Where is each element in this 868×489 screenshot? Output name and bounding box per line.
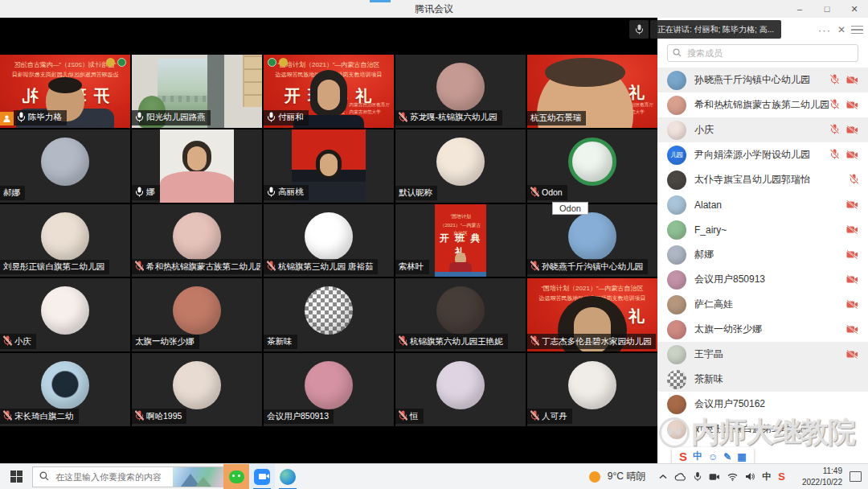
weather-temp[interactable]: 9°C 晴朗: [608, 470, 645, 483]
mic-on-icon: [135, 187, 144, 199]
video-tile[interactable]: 太旗一幼张少娜: [132, 278, 262, 351]
camera-off-icon[interactable]: [846, 248, 858, 262]
member-row[interactable]: 儿园尹向娟滦源小学附设幼儿园: [657, 142, 868, 167]
video-tile[interactable]: “国培计划（2021）”—内蒙古自治区边远艰苦民族地区幼儿园顶岗支教培训项目开 …: [264, 55, 394, 128]
camera-off-icon[interactable]: [846, 123, 858, 138]
member-search-input[interactable]: [686, 47, 853, 59]
video-tile[interactable]: 孙晓燕千斤沟镇中心幼儿园: [527, 204, 657, 277]
video-tile[interactable]: 茶新味: [264, 278, 394, 351]
emoji-icon[interactable]: ☺: [708, 451, 718, 462]
camera-off-icon[interactable]: [846, 198, 858, 212]
video-tile[interactable]: “国培计划（2021）”—内蒙古自治区边远艰苦民族地区幼儿园顶岗支教培训项目开 …: [0, 55, 130, 128]
menu-icon[interactable]: [851, 26, 863, 35]
more-button[interactable]: ···: [816, 24, 833, 36]
window-title: 腾讯会议: [0, 0, 868, 18]
taskbar-clock[interactable]: 11:49 2022/10/22: [792, 466, 842, 487]
member-row[interactable]: 会议用户850913: [657, 267, 868, 292]
camera-off-icon[interactable]: [846, 73, 858, 88]
tray-mic-icon[interactable]: [694, 471, 702, 482]
start-button[interactable]: [0, 464, 32, 489]
member-name: Alatan: [694, 199, 846, 211]
close-button[interactable]: ✕: [841, 0, 868, 18]
onedrive-cloud-icon[interactable]: [674, 473, 686, 481]
camera-off-icon[interactable]: [846, 273, 858, 287]
member-row[interactable]: Alatan: [657, 192, 868, 217]
video-tile[interactable]: 宋长琦白旗二幼: [0, 353, 130, 426]
sogou-tray-icon[interactable]: S: [778, 471, 785, 483]
tile-label: 太旗一幼张少娜: [132, 335, 199, 349]
video-tile[interactable]: 高丽桃: [264, 129, 394, 203]
video-tile[interactable]: Odon: [527, 129, 657, 203]
volume-icon[interactable]: [745, 472, 755, 481]
ime-indicator[interactable]: 中: [762, 471, 771, 483]
video-tile[interactable]: 人可丹: [527, 353, 657, 426]
member-row[interactable]: 刘昱彤正镶白旗第二幼儿园: [657, 417, 868, 442]
mic-muted-icon[interactable]: [850, 173, 858, 187]
action-center-icon[interactable]: [850, 471, 862, 482]
camera-off-icon[interactable]: [846, 323, 858, 337]
member-search[interactable]: [667, 44, 858, 62]
member-row[interactable]: 郝娜: [657, 242, 868, 267]
member-row[interactable]: 萨仁高娃: [657, 292, 868, 317]
camera-off-icon[interactable]: [846, 223, 858, 237]
member-row[interactable]: 希和热杭锦旗蒙古族第二幼儿园: [657, 92, 868, 117]
member-row[interactable]: 王宇晶: [657, 342, 868, 367]
taskbar-meeting-button[interactable]: [249, 464, 275, 489]
tray-chevron-icon[interactable]: [659, 474, 667, 480]
tray-camera-icon[interactable]: [709, 473, 720, 481]
member-row[interactable]: 孙晓燕千斤沟镇中心幼儿园: [657, 68, 868, 92]
video-tile[interactable]: 会议用户850913: [264, 353, 394, 426]
video-tile[interactable]: 啊哈1995: [132, 353, 262, 426]
participant-name: 苏龙嘎-杭锦旗六幼儿园: [410, 112, 497, 123]
clock-date: 2022/10/22: [792, 477, 842, 488]
video-tile[interactable]: 默认昵称: [395, 129, 526, 203]
member-row[interactable]: 小庆: [657, 117, 868, 142]
video-tile[interactable]: 恒: [395, 353, 526, 426]
mic-muted-icon[interactable]: [830, 123, 839, 138]
keyboard-icon[interactable]: ▦: [737, 451, 746, 462]
maximize-button[interactable]: □: [813, 0, 841, 18]
member-row[interactable]: 茶新味: [657, 367, 868, 392]
ime-zh-icon[interactable]: 中: [693, 450, 702, 463]
taskbar-edge-button[interactable]: [275, 464, 301, 489]
minimize-button[interactable]: –: [786, 0, 813, 18]
sogou-icon[interactable]: S: [679, 450, 687, 463]
member-row[interactable]: 太旗一幼张少娜: [657, 317, 868, 342]
video-tile[interactable]: “国培计划（2021）”—内蒙古自治区边远艰苦民族地区幼儿园顶岗支教培训项目开 …: [527, 278, 657, 351]
member-row[interactable]: 太仆寺旗宝昌幼儿园郭瑞怡: [657, 167, 868, 192]
video-tile[interactable]: 郝娜: [0, 129, 130, 203]
taskbar-search[interactable]: [32, 466, 223, 487]
tile-name-label: 阳光幼儿园路燕: [132, 110, 211, 125]
tile-name-label: 刘昱彤正镶白旗第二幼儿园: [0, 260, 109, 274]
taskbar-search-input[interactable]: [54, 471, 166, 483]
camera-off-icon[interactable]: [846, 98, 858, 113]
banner-logo-icon: [268, 58, 276, 67]
video-tile[interactable]: 杭锦旗第六幼儿园王艳妮: [395, 278, 526, 351]
taskbar-wechat-button[interactable]: [223, 464, 249, 489]
mic-muted-icon[interactable]: [830, 148, 839, 162]
weather-sun-icon[interactable]: [589, 471, 600, 483]
camera-off-icon[interactable]: [846, 298, 858, 312]
member-row[interactable]: 会议用户750162: [657, 392, 868, 417]
video-tile[interactable]: 苏龙嘎-杭锦旗六幼儿园: [395, 55, 526, 128]
video-tile[interactable]: 开 班 典 礼主办单位：内蒙古自治区教育厅承办单位：内蒙古师范大学杭五幼石景瑞: [527, 55, 657, 128]
tile-name-label: Odon: [527, 185, 567, 200]
camera-off-icon[interactable]: [846, 148, 858, 162]
wifi-icon[interactable]: [727, 473, 738, 481]
tile-label: 苏龙嘎-杭锦旗六幼儿园: [395, 110, 502, 125]
video-tile[interactable]: 刘昱彤正镶白旗第二幼儿园: [0, 204, 130, 277]
video-grid: “国培计划（2021）”—内蒙古自治区边远艰苦民族地区幼儿园顶岗支教培训项目开 …: [0, 55, 657, 426]
mic-on-icon: [267, 112, 276, 124]
panel-close-button[interactable]: ✕: [833, 24, 850, 35]
video-tile[interactable]: 希和热杭锦旗蒙古族第二幼儿园: [132, 204, 262, 277]
pen-icon[interactable]: ✎: [723, 451, 731, 462]
video-tile[interactable]: 杭锦旗第三幼儿园 唐裕茹: [264, 204, 394, 277]
video-tile[interactable]: “国培计划（2021）”—内蒙古自治区开 班 典 礼索林叶: [395, 204, 526, 277]
member-row[interactable]: F_airy~: [657, 217, 868, 242]
video-tile[interactable]: 娜: [132, 129, 262, 203]
camera-off-icon[interactable]: [846, 347, 858, 362]
mic-muted-icon[interactable]: [830, 73, 839, 88]
mic-muted-icon[interactable]: [830, 98, 839, 113]
video-tile[interactable]: 小庆: [0, 278, 130, 351]
video-tile[interactable]: 阳光幼儿园路燕: [132, 55, 262, 128]
